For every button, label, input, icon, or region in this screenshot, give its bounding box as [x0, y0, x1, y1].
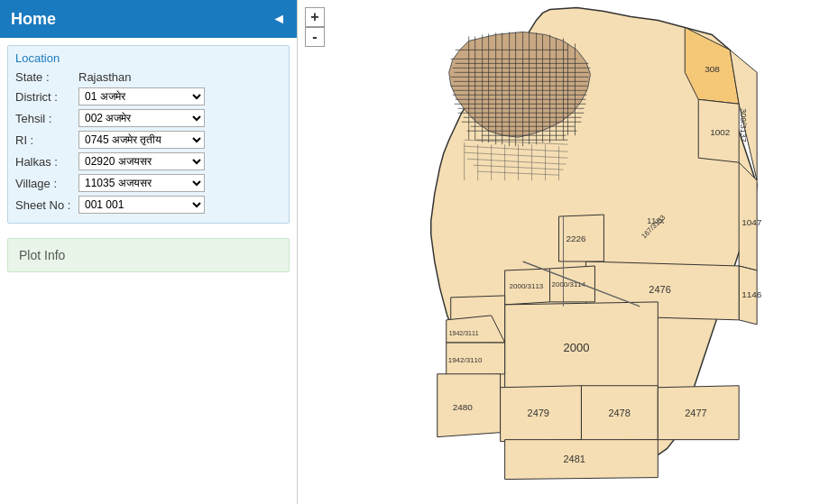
svg-text:2479: 2479 — [528, 408, 549, 418]
ri-label: RI : — [15, 133, 78, 147]
village-row: Village : 11035 अजयसर — [15, 174, 281, 192]
svg-text:2477: 2477 — [685, 408, 706, 418]
svg-text:309/3137: 309/3137 — [739, 108, 748, 142]
state-value: Rajasthan — [78, 70, 132, 84]
village-select[interactable]: 11035 अजयसर — [78, 174, 205, 192]
svg-text:1942/3110: 1942/3110 — [448, 356, 483, 364]
state-row: State : Rajasthan — [15, 70, 281, 84]
svg-text:2476: 2476 — [649, 284, 670, 295]
location-section: Location State : Rajasthan District : 01… — [7, 45, 290, 224]
sheet-label: Sheet No : — [15, 198, 78, 212]
svg-marker-60 — [739, 162, 757, 270]
state-label: State : — [15, 70, 78, 84]
ri-select[interactable]: 0745 अजमेर तृतीय — [78, 131, 205, 149]
map-svg[interactable]: 308 309/3137 1002 1047 1146 2476 2226 20… — [298, 0, 829, 504]
svg-text:1047: 1047 — [741, 217, 762, 227]
plot-info-section[interactable]: Plot Info — [7, 238, 290, 272]
district-label: District : — [15, 90, 78, 104]
map-controls: + - — [305, 7, 325, 47]
ri-row: RI : 0745 अजमेर तृतीय — [15, 131, 281, 149]
halkas-select[interactable]: 02920 अजयसर — [78, 152, 205, 170]
svg-text:1146: 1146 — [741, 289, 762, 299]
halkas-row: Halkas : 02920 अजयसर — [15, 152, 281, 170]
sheet-row: Sheet No : 001 001 — [15, 196, 281, 214]
sidebar-header: Home ◄ — [0, 0, 297, 38]
zoom-in-button[interactable]: + — [305, 7, 325, 27]
svg-text:2480: 2480 — [453, 402, 474, 412]
map-area: + - — [298, 0, 829, 504]
halkas-label: Halkas : — [15, 155, 78, 169]
svg-text:2226: 2226 — [566, 234, 586, 243]
svg-text:2000: 2000 — [564, 341, 590, 354]
district-row: District : 01 अजमेर — [15, 87, 281, 105]
plot-info-label: Plot Info — [19, 248, 65, 262]
svg-text:1002: 1002 — [710, 127, 731, 137]
sidebar-collapse-button[interactable]: ◄ — [272, 11, 286, 27]
sidebar-title: Home — [11, 10, 56, 29]
sheet-select[interactable]: 001 001 — [78, 196, 205, 214]
district-select[interactable]: 01 अजमेर — [78, 87, 205, 105]
svg-text:1942/3111: 1942/3111 — [449, 330, 479, 336]
village-label: Village : — [15, 177, 78, 190]
tehsil-label: Tehsil : — [15, 112, 78, 125]
svg-text:2000/3113: 2000/3113 — [510, 282, 544, 290]
sidebar: Home ◄ Location State : Rajasthan Distri… — [0, 0, 298, 504]
svg-text:2478: 2478 — [608, 408, 630, 418]
tehsil-select[interactable]: 002 अजमेर — [78, 109, 205, 127]
location-section-title: Location — [15, 51, 281, 65]
svg-text:2481: 2481 — [564, 454, 585, 464]
zoom-out-button[interactable]: - — [305, 27, 325, 47]
svg-text:308: 308 — [705, 64, 720, 74]
tehsil-row: Tehsil : 002 अजमेर — [15, 109, 281, 127]
